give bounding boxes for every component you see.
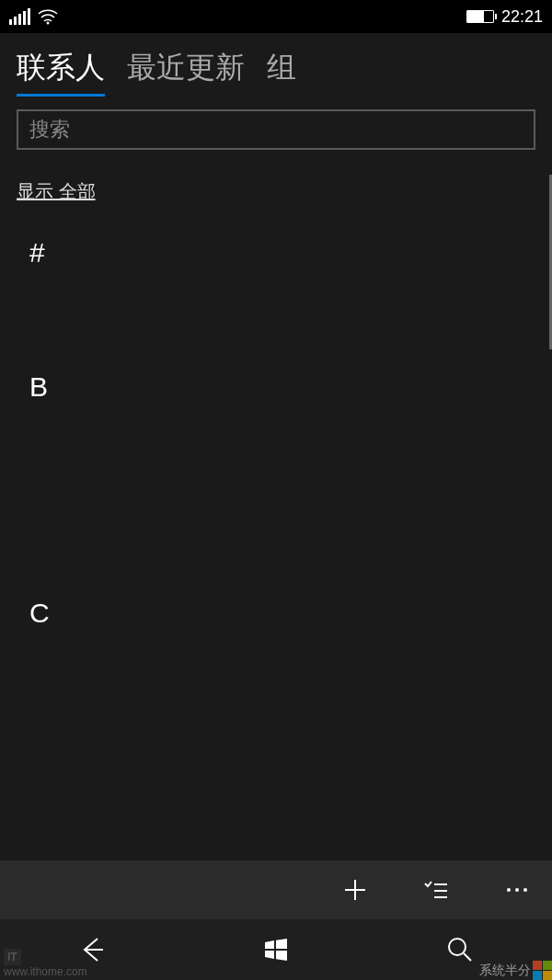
ellipsis-icon <box>504 885 530 895</box>
search-icon <box>446 936 474 963</box>
svg-point-0 <box>47 22 50 25</box>
search-input[interactable] <box>17 109 535 150</box>
status-bar: 22:21 <box>0 0 552 33</box>
search-container <box>0 104 552 159</box>
checklist-icon <box>423 877 449 903</box>
svg-point-7 <box>515 888 519 892</box>
svg-line-11 <box>464 953 471 961</box>
filter-link[interactable]: 显示 全部 <box>17 181 96 201</box>
watermark-right-text: 系统半分 <box>479 963 531 979</box>
status-right: 22:21 <box>466 7 543 27</box>
filter-row: 显示 全部 <box>0 159 552 213</box>
tab-groups[interactable]: 组 <box>267 48 296 97</box>
ms-logo-icon <box>533 961 552 980</box>
section-header-hash[interactable]: # <box>17 213 535 292</box>
tab-recent[interactable]: 最近更新 <box>127 48 245 97</box>
watermark-right: 系统半分 <box>479 961 552 980</box>
contacts-list: # B C <box>0 213 552 653</box>
plus-icon <box>342 877 368 903</box>
svg-point-10 <box>449 939 466 955</box>
tab-bar: 联系人 最近更新 组 <box>0 33 552 104</box>
section-header-b[interactable]: B <box>17 348 535 427</box>
more-button[interactable] <box>499 872 535 908</box>
add-button[interactable] <box>337 872 374 908</box>
tab-contacts[interactable]: 联系人 <box>17 48 105 97</box>
battery-icon <box>466 10 494 23</box>
signal-icon <box>9 8 30 25</box>
wifi-icon <box>38 8 58 25</box>
windows-icon <box>263 937 289 963</box>
watermark-left-text: www.ithome.com <box>4 965 87 978</box>
filter-button[interactable] <box>418 872 454 908</box>
status-left <box>9 8 58 25</box>
section-header-c[interactable]: C <box>17 574 535 653</box>
nav-home-button[interactable] <box>248 927 304 973</box>
svg-point-6 <box>507 888 511 892</box>
clock-time: 22:21 <box>501 7 543 27</box>
svg-point-8 <box>523 888 527 892</box>
watermark-left: IT www.ithome.com <box>0 947 91 980</box>
app-bar <box>0 860 552 919</box>
